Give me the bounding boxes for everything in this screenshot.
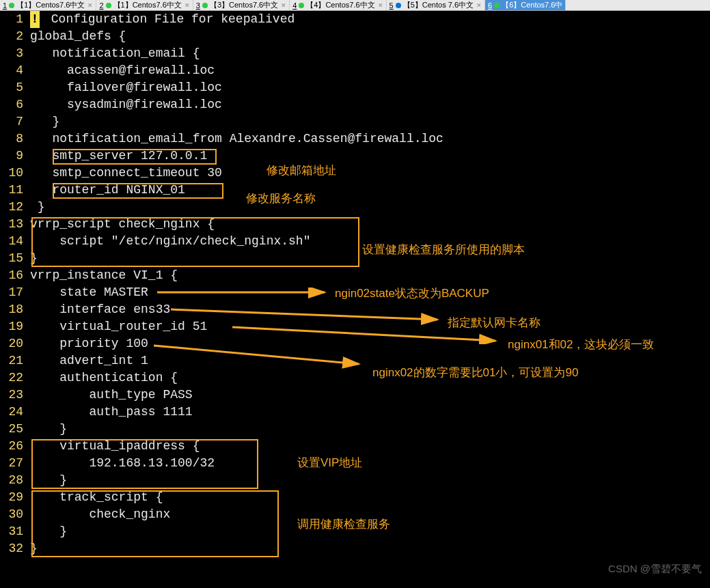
code-line: 23 auth_type PASS [0, 387, 710, 404]
code-text: notification_email { [30, 45, 200, 62]
code-line: 13vrrp_script check_nginx { [0, 216, 710, 233]
line-number: 25 [0, 421, 30, 438]
line-number: 28 [0, 472, 30, 489]
code-text: interface ens33 [30, 301, 170, 318]
line-number: 20 [0, 335, 30, 352]
close-icon[interactable]: ✕ [378, 2, 383, 9]
line-number: 24 [0, 404, 30, 421]
tab-num: 2 [99, 1, 103, 10]
line-number: 2 [0, 28, 30, 45]
tab-num: 6 [488, 1, 492, 10]
code-text: check_nginx [30, 506, 170, 523]
annotation-text: nginx02的数字需要比01小，可设置为90 [372, 365, 578, 380]
status-dot-icon [9, 3, 14, 8]
line-number: 22 [0, 369, 30, 387]
code-line: 7 } [0, 113, 710, 130]
close-icon[interactable]: ✕ [281, 2, 286, 9]
tab-3[interactable]: 3【3】Centos7.6中文✕ [193, 0, 290, 10]
tab-num: 5 [390, 1, 394, 10]
code-text: smtp_connect_timeout 30 [30, 165, 222, 182]
line-number: 23 [0, 387, 30, 404]
code-line: 24 auth_pass 1111 [0, 404, 710, 421]
code-text: state MASTER [30, 284, 148, 301]
line-number: 26 [0, 438, 30, 455]
code-line: 26 virtual_ipaddress { [0, 438, 710, 455]
line-number: 9 [0, 148, 30, 165]
annotation-text: 修改邮箱地址 [267, 163, 336, 178]
code-line: 9 smtp_server 127.0.0.1 [0, 148, 710, 165]
tab-5[interactable]: 5【5】Centos 7.6中文✕ [387, 0, 485, 10]
tab-num: 1 [3, 1, 7, 10]
code-line: 21 advert_int 1 [0, 352, 710, 369]
tab-2[interactable]: 2【1】Centos7.6中文✕ [96, 0, 193, 10]
warning-icon: ! [30, 11, 40, 28]
status-dot-icon [494, 3, 500, 8]
line-number: 7 [0, 113, 30, 130]
code-text: Configuration File for keepalived [44, 12, 295, 26]
code-text: } [30, 250, 38, 267]
code-line: 18 interface ens33 [0, 301, 710, 318]
tab-num: 4 [292, 1, 297, 10]
code-text: notification_email_from Alexandre.Cassen… [30, 130, 443, 148]
line-number: 10 [0, 165, 30, 182]
line-number: 21 [0, 352, 30, 369]
code-editor[interactable]: 1! Configuration File for keepalived 2gl… [0, 11, 710, 588]
code-line: 4 acassen@firewall.loc [0, 62, 710, 79]
annotation-text: 指定默认网卡名称 [448, 315, 541, 331]
line-number: 14 [0, 233, 30, 250]
annotation-text: ngin02state状态改为BACKUP [335, 285, 489, 301]
code-text: } [30, 199, 45, 216]
line-number: 16 [0, 267, 30, 284]
tab-4[interactable]: 4【4】Centos7.6中文✕ [290, 0, 386, 10]
close-icon[interactable]: ✕ [87, 2, 93, 9]
line-number: 15 [0, 250, 30, 267]
code-line: 14 script "/etc/nginx/check_nginx.sh" [0, 233, 710, 250]
tab-6[interactable]: 6【6】Centos7.6中 [485, 0, 566, 10]
code-text: priority 100 [30, 335, 148, 352]
annotation-text: 修改服务名称 [246, 191, 316, 206]
line-number: 13 [0, 216, 30, 233]
code-text: virtual_router_id 51 [30, 318, 207, 335]
code-line: 29 track_script { [0, 489, 710, 506]
code-text: 192.168.13.100/32 [30, 455, 215, 472]
code-text: vrrp_script check_nginx { [30, 216, 215, 233]
annotation-text: nginx01和02，这块必须一致 [508, 337, 654, 352]
tab-label: 【6】Centos7.6中 [502, 0, 562, 10]
code-line: 8 notification_email_from Alexandre.Cass… [0, 130, 710, 148]
code-line: 22 authentication { [0, 369, 710, 387]
code-line: 2global_defs { [0, 28, 710, 45]
line-number: 31 [0, 523, 30, 540]
tab-1[interactable]: 1【1】Centos7.6中文✕ [0, 0, 96, 10]
code-text: track_script { [30, 489, 163, 506]
line-number: 8 [0, 130, 30, 148]
code-text: sysadmin@firewall.loc [30, 96, 222, 113]
code-text: } [30, 472, 67, 489]
code-line: 12 } [0, 199, 710, 216]
status-dot-icon [299, 3, 304, 8]
code-line: 6 sysadmin@firewall.loc [0, 96, 710, 113]
line-number: 11 [0, 182, 30, 199]
code-text: router_id NGINX_01 [30, 182, 185, 199]
code-text: } [30, 113, 59, 130]
tab-bar: 1【1】Centos7.6中文✕ 2【1】Centos7.6中文✕ 3【3】Ce… [0, 0, 710, 11]
code-text: global_defs { [30, 28, 126, 45]
code-line: 15} [0, 250, 710, 267]
close-icon[interactable]: ✕ [476, 2, 482, 9]
tab-label: 【3】Centos7.6中文 [210, 0, 278, 10]
code-line: 10 smtp_connect_timeout 30 [0, 165, 710, 182]
line-number: 19 [0, 318, 30, 335]
code-text: authentication { [30, 369, 178, 387]
code-line: 16vrrp_instance VI_1 { [0, 267, 710, 284]
tab-label: 【1】Centos7.6中文 [16, 0, 85, 10]
tab-num: 3 [196, 1, 200, 10]
code-line: 32} [0, 540, 710, 557]
line-number: 6 [0, 96, 30, 113]
code-text: } [30, 540, 38, 557]
code-text: auth_pass 1111 [30, 404, 193, 421]
annotation-text: 设置VIP地址 [297, 455, 362, 471]
code-text: vrrp_instance VI_1 { [30, 267, 178, 284]
code-line: 11 router_id NGINX_01 [0, 182, 710, 199]
close-icon[interactable]: ✕ [185, 2, 190, 9]
watermark: CSDN @雪碧不要气 [608, 563, 702, 576]
line-number: 30 [0, 506, 30, 523]
